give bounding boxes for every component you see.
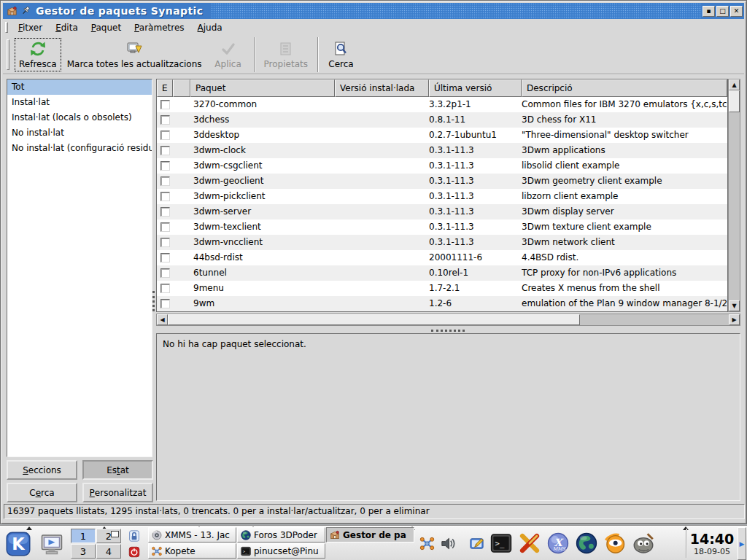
table-row[interactable]: 6tunnel 0.10rel-1 TCP proxy for non-IPv6… [157, 265, 727, 281]
table-row[interactable]: 3ddesktop 0.2.7-1ubuntu1 "Three-dimensio… [157, 128, 727, 143]
table-row[interactable]: 9menu 1.7-2.1 Creates X menus from the s… [157, 281, 727, 296]
filter-list-item[interactable]: No instal·lat (configuració residual) [7, 141, 152, 156]
table-header-cell[interactable]: E [157, 79, 173, 97]
package-checkbox[interactable] [160, 161, 170, 171]
tray-icon[interactable] [603, 531, 627, 556]
vertical-scrollbar[interactable]: ▲ ▼ [728, 79, 740, 312]
toolbar-button[interactable]: Refresca [14, 37, 62, 72]
menu-item[interactable]: Ajuda [191, 20, 229, 35]
table-header-cell[interactable]: Paquet [190, 79, 335, 97]
menu-item[interactable]: Paquet [85, 20, 128, 35]
titlebar[interactable]: Gestor de paquets Synaptic ▪ □ ✕ [3, 3, 744, 19]
tray-icon[interactable] [468, 535, 485, 552]
package-checkbox[interactable] [160, 131, 170, 140]
vertical-scroll-thumb[interactable] [729, 90, 740, 112]
horizontal-scroll-thumb[interactable] [168, 314, 580, 325]
menubar-grip[interactable] [5, 22, 8, 33]
toolbar-grip[interactable] [7, 39, 9, 70]
table-row[interactable]: 3dwm-clock 0.3.1-11.3 3Dwm applications [157, 143, 727, 158]
horizontal-scrollbar[interactable]: ◀ ▶ [156, 314, 740, 326]
kmenu-button[interactable] [2, 529, 34, 559]
table-row[interactable]: 3dwm-csgclient 0.3.1-11.3 libsolid clien… [157, 158, 727, 174]
menu-item[interactable]: Edita [49, 20, 85, 35]
tray-icon[interactable] [546, 531, 570, 556]
filter-list-item[interactable]: Instal·lat [7, 95, 152, 110]
filter-tab-button[interactable]: Cerca [7, 483, 77, 502]
tray-icon[interactable] [489, 531, 514, 556]
package-checkbox[interactable] [160, 222, 170, 232]
filter-tab-button[interactable]: Personalitzat [82, 483, 153, 502]
horizontal-splitter-handle[interactable] [431, 330, 465, 332]
package-checkbox[interactable] [160, 299, 170, 308]
tray-icon[interactable] [574, 531, 599, 556]
clock-applet[interactable]: 14:40 18-09-05 [689, 527, 735, 560]
package-checkbox[interactable] [160, 115, 170, 125]
table-row[interactable]: 3dwm-vncclient 0.3.1-11.3 3Dwm network c… [157, 235, 727, 250]
filter-list-item[interactable]: Instal·lat (locals o obsolets) [7, 110, 152, 125]
table-row[interactable]: 3dwm-geoclient 0.3.1-11.3 3Dwm geometry … [157, 174, 727, 189]
package-checkbox[interactable] [160, 146, 170, 155]
maximize-button[interactable]: □ [716, 6, 729, 17]
table-row[interactable]: 3270-common 3.3.2p1-1 Common files for I… [157, 97, 727, 112]
vertical-splitter-handle[interactable] [152, 291, 155, 311]
pin-icon[interactable] [20, 5, 32, 17]
scroll-right-icon[interactable]: ▶ [729, 314, 740, 325]
desktop-pager-cell[interactable]: 4 [96, 544, 121, 559]
scroll-up-icon[interactable]: ▲ [729, 79, 740, 90]
show-desktop-button[interactable] [36, 529, 67, 559]
package-description: 4.4BSD rdist. [522, 250, 727, 265]
table-row[interactable]: 3dwm-texclient 0.3.1-11.3 3Dwm texture c… [157, 219, 727, 235]
package-checkbox[interactable] [160, 268, 170, 278]
package-checkbox[interactable] [160, 238, 170, 247]
toolbar-button[interactable]: Propietats [254, 37, 313, 72]
desktop-pager-cell[interactable]: 2 [96, 529, 121, 543]
task-button[interactable]: Foros 3DPoder [237, 527, 325, 542]
filter-list-item[interactable]: Tot [7, 79, 152, 95]
logout-button[interactable] [125, 545, 144, 559]
tray-icon[interactable] [631, 531, 656, 556]
filter-tab-button[interactable]: Estat [82, 460, 153, 480]
scroll-left-icon[interactable]: ◀ [157, 314, 168, 325]
filter-tab-button[interactable]: Seccions [7, 460, 77, 480]
task-button[interactable]: XMMS - 13. Jac [148, 527, 236, 542]
package-checkbox[interactable] [160, 192, 170, 201]
tray-icon[interactable] [419, 535, 436, 552]
package-checkbox[interactable] [160, 176, 170, 186]
synaptic-app-icon[interactable] [6, 5, 18, 18]
scroll-down-icon[interactable]: ▼ [729, 300, 740, 311]
system-tray [419, 527, 656, 559]
table-header-cell[interactable]: Descripció [522, 79, 727, 97]
close-button[interactable]: ✕ [730, 6, 743, 17]
task-button[interactable]: Gestor de pa [326, 527, 414, 542]
desktop-pager-cell[interactable]: 1 [71, 529, 96, 543]
table-header-cell[interactable]: Última versió [429, 79, 522, 97]
package-status-cell [173, 281, 190, 296]
package-checkbox[interactable] [160, 253, 170, 262]
power-icon [128, 545, 141, 559]
table-header-cell[interactable] [173, 79, 190, 97]
desktop-pager-cell[interactable]: 3 [71, 544, 96, 559]
task-list: XMMS - 13. Jac Foros 3DPoder Gestor de p… [148, 527, 415, 560]
package-checkbox[interactable] [160, 207, 170, 217]
panel-hide-button[interactable]: ▶ [738, 527, 746, 560]
package-checkbox[interactable] [160, 284, 170, 293]
lock-screen-button[interactable] [125, 529, 144, 543]
menu-item[interactable]: Paràmetres [128, 20, 190, 35]
table-header-cell[interactable]: Versió instal·lada [335, 79, 429, 97]
tray-icon[interactable] [517, 531, 542, 556]
minimize-button[interactable]: ▪ [703, 6, 715, 17]
package-checkbox[interactable] [160, 100, 170, 109]
table-row[interactable]: 9wm 1.2-6 emulation of the Plan 9 window… [157, 296, 727, 311]
table-row[interactable]: 44bsd-rdist 20001111-6 4.4BSD rdist. [157, 250, 727, 265]
table-row[interactable]: 3dwm-pickclient 0.3.1-11.3 libzorn clien… [157, 189, 727, 204]
toolbar-button[interactable]: Marca totes les actualitzacions [62, 37, 207, 72]
filter-list-item[interactable]: No instal·lat [7, 125, 152, 141]
task-button[interactable]: Kopete [148, 543, 236, 559]
table-row[interactable]: 3dchess 0.8.1-11 3D chess for X11 [157, 112, 727, 128]
tray-icon[interactable] [439, 535, 456, 552]
table-row[interactable]: 3dwm-server 0.3.1-11.3 3Dwm display serv… [157, 204, 727, 219]
toolbar-button[interactable]: Cerca [317, 37, 360, 72]
menu-item[interactable]: Fitxer [12, 20, 49, 35]
task-button[interactable]: pinucset@Pinu [237, 543, 325, 559]
toolbar-button[interactable]: Aplica [207, 37, 249, 72]
